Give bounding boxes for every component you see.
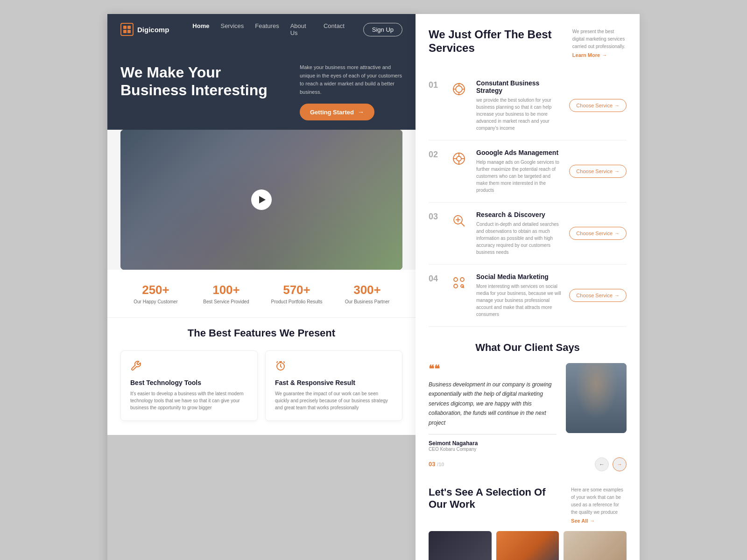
feature-name-fast: Fast & Responsive Result — [275, 379, 393, 386]
service-desc-2: Help manage ads on Google services to fu… — [476, 159, 562, 194]
choose-arrow-4: → — [614, 293, 620, 298]
video-section — [107, 130, 416, 270]
testimonial-quote: Business development in our company is g… — [429, 380, 557, 427]
testimonial-role: CEO Kobaru Company — [429, 447, 557, 452]
quote-icon: ❝❝ — [429, 363, 557, 375]
service-content-2: Gooogle Ads Management Help manage ads o… — [476, 149, 562, 194]
feature-name-tech: Best Technology Tools — [130, 379, 248, 386]
choose-service-1[interactable]: Choose Service → — [569, 99, 627, 112]
testimonial-section: What Our Client Says ❝❝ Business develop… — [429, 342, 627, 471]
choose-arrow-2: → — [614, 168, 620, 174]
service-name-4: Social Media Marketing — [476, 273, 562, 280]
hero-right: Make your business more attractive and u… — [300, 63, 402, 120]
stat-number-partners: 300+ — [332, 283, 402, 297]
svg-point-19 — [454, 284, 458, 288]
portfolio-item-3[interactable] — [564, 531, 627, 560]
services-intro: We present the best digital marketing se… — [572, 28, 627, 58]
choose-service-3[interactable]: Choose Service → — [569, 227, 627, 240]
testimonial-footer: 03 /10 ← → — [429, 457, 627, 471]
svg-point-2 — [456, 86, 462, 92]
prev-testimonial[interactable]: ← — [595, 457, 609, 471]
service-name-2: Gooogle Ads Management — [476, 149, 562, 156]
testimonial-image — [566, 363, 627, 433]
portfolio-item-1[interactable] — [429, 531, 492, 560]
portfolio-item-2[interactable] — [496, 531, 559, 560]
stat-number-portfolio: 570+ — [261, 283, 332, 297]
svg-point-18 — [460, 278, 464, 281]
features-section: The Best Features We Present Best Techno… — [107, 317, 416, 435]
service-content-4: Social Media Marketing More interesting … — [476, 273, 562, 318]
testimonial-content: ❝❝ Business development in our company i… — [429, 363, 627, 452]
hero-section: We Make Your Business Interesting Make y… — [107, 45, 416, 134]
nav-home[interactable]: Home — [192, 22, 209, 36]
features-title: The Best Features We Present — [120, 327, 402, 339]
portfolio-grid — [429, 531, 627, 560]
stat-portfolio: 570+ Product Portfolio Results — [261, 283, 332, 304]
services-header: We Just Offer The Best Services We prese… — [429, 28, 627, 58]
service-number-3: 03 — [429, 212, 442, 222]
nav-features[interactable]: Features — [255, 22, 279, 36]
counter-current: 03 — [429, 461, 435, 468]
learn-more-arrow: → — [602, 52, 607, 58]
service-desc-3: Conduct in-depth and detailed searches a… — [476, 221, 562, 256]
choose-service-4[interactable]: Choose Service → — [569, 289, 627, 302]
stat-number-services: 100+ — [191, 283, 261, 297]
next-testimonial[interactable]: → — [613, 457, 627, 471]
testimonial-title: What Our Client Says — [429, 342, 627, 354]
feature-card-fast: Fast & Responsive Result We guarantee th… — [265, 350, 402, 421]
service-item-1: 01 Consutant Business Strategy we provid… — [429, 71, 627, 140]
nav-links: Home Services Features About Us Contact — [192, 22, 344, 36]
stat-label-customers: Our Happy Customer — [120, 299, 191, 304]
nav-contact[interactable]: Contact — [324, 22, 345, 36]
svg-point-8 — [457, 156, 461, 161]
stat-number-customers: 250+ — [120, 283, 191, 297]
stats-section: 250+ Our Happy Customer 100+ Best Servic… — [107, 270, 416, 317]
social-icon — [449, 273, 469, 293]
stat-label-partners: Our Business Partner — [332, 299, 402, 304]
portfolio-header: Let's See A Selection Of Our Work Here a… — [429, 486, 627, 524]
choose-service-2[interactable]: Choose Service → — [569, 165, 627, 178]
video-container — [120, 130, 402, 270]
service-item-2: 02 Gooogle Ads Management Help manage ad… — [429, 140, 627, 203]
cta-button[interactable]: Getting Started → — [300, 104, 374, 120]
testimonial-text-area: ❝❝ Business development in our company i… — [429, 363, 557, 452]
features-grid: Best Technology Tools It's easier to dev… — [120, 350, 402, 421]
svg-line-14 — [461, 223, 465, 226]
testimonial-nav: ← → — [595, 457, 627, 471]
choose-arrow-1: → — [614, 103, 620, 108]
hero-left: We Make Your Business Interesting — [120, 63, 290, 120]
svg-point-17 — [454, 278, 458, 281]
nav-about[interactable]: About Us — [290, 22, 312, 36]
hero-title: We Make Your Business Interesting — [120, 63, 290, 99]
google-icon — [449, 149, 469, 168]
logo-icon — [120, 23, 134, 36]
service-desc-4: More interesting with services on social… — [476, 283, 562, 318]
see-all-arrow: → — [590, 518, 595, 524]
nav-services[interactable]: Services — [220, 22, 244, 36]
services-description: We present the best digital marketing se… — [572, 28, 627, 50]
service-desc-1: we provide the best solution for your bu… — [476, 97, 562, 132]
feature-desc-fast: We guarantee the impact of our work can … — [275, 390, 393, 411]
feature-desc-tech: It's easier to develop a business with t… — [130, 390, 248, 411]
logo: Digicomp — [120, 23, 169, 36]
see-all-link[interactable]: See All → — [571, 518, 627, 524]
portfolio-section: Let's See A Selection Of Our Work Here a… — [429, 486, 627, 560]
services-list: 01 Consutant Business Strategy we provid… — [429, 71, 627, 327]
portfolio-title: Let's See A Selection Of Our Work — [429, 486, 552, 511]
search-icon — [449, 211, 469, 231]
service-item-4: 04 Social Media Marketing More interesti… — [429, 265, 627, 327]
left-panel: Digicomp Home Services Features About Us… — [107, 14, 416, 560]
service-name-1: Consutant Business Strategy — [476, 79, 562, 94]
learn-more-link[interactable]: Learn More → — [572, 52, 627, 58]
service-item-3: 03 Research & Discovery Conduct in-depth… — [429, 203, 627, 265]
portfolio-description: Here are some examples of your work that… — [571, 486, 627, 516]
brand-name: Digicomp — [137, 26, 169, 34]
portfolio-intro: Here are some examples of your work that… — [571, 486, 627, 524]
arrow-icon: → — [358, 108, 364, 116]
signup-button[interactable]: Sign Up — [363, 23, 402, 36]
stat-partners: 300+ Our Business Partner — [332, 283, 402, 304]
wrench-icon — [130, 360, 248, 374]
target-icon — [449, 79, 469, 99]
service-number-4: 04 — [429, 274, 442, 284]
play-button[interactable] — [251, 189, 272, 210]
